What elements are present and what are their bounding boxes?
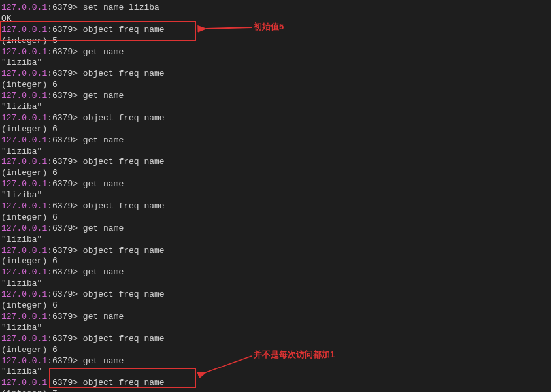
terminal-line: 127.0.0.1:6379> object freq name bbox=[1, 157, 550, 168]
prompt-ip: 127.0.0.1 bbox=[1, 378, 47, 387]
terminal-line: 127.0.0.1:6379> object freq name bbox=[1, 289, 550, 301]
command-text: get name bbox=[83, 356, 124, 366]
terminal-line: (integer) 5 bbox=[1, 36, 550, 47]
output-text: (integer) 7 bbox=[1, 389, 58, 392]
prompt-port: :6379> bbox=[47, 113, 83, 123]
terminal-line: "liziba" bbox=[1, 367, 550, 378]
command-text: get name bbox=[83, 91, 124, 101]
prompt-ip: 127.0.0.1 bbox=[1, 47, 47, 57]
terminal-line: (integer) 6 bbox=[1, 80, 550, 91]
prompt-ip: 127.0.0.1 bbox=[1, 267, 47, 277]
terminal-line: "liziba" bbox=[1, 323, 550, 334]
terminal-line: 127.0.0.1:6379> get name bbox=[1, 356, 550, 367]
terminal-line: (integer) 6 bbox=[1, 301, 550, 312]
prompt-port: :6379> bbox=[47, 312, 83, 321]
prompt-port: :6379> bbox=[47, 91, 83, 101]
output-text: (integer) 5 bbox=[1, 36, 58, 46]
terminal-line: 127.0.0.1:6379> get name bbox=[1, 91, 550, 102]
output-text: (integer) 6 bbox=[1, 168, 58, 178]
command-text: set name liziba bbox=[83, 3, 159, 12]
command-text: object freq name bbox=[83, 334, 165, 344]
terminal-line: 127.0.0.1:6379> object freq name bbox=[1, 246, 550, 257]
command-text: object freq name bbox=[83, 246, 165, 255]
terminal-line: (integer) 6 bbox=[1, 212, 550, 223]
command-text: object freq name bbox=[83, 113, 165, 123]
command-text: get name bbox=[83, 135, 124, 145]
terminal-line: (integer) 6 bbox=[1, 124, 550, 135]
terminal-line: 127.0.0.1:6379> get name bbox=[1, 135, 550, 146]
prompt-ip: 127.0.0.1 bbox=[1, 334, 47, 344]
prompt-ip: 127.0.0.1 bbox=[1, 135, 47, 145]
output-text: (integer) 6 bbox=[1, 301, 58, 310]
prompt-port: :6379> bbox=[47, 25, 83, 35]
prompt-ip: 127.0.0.1 bbox=[1, 312, 47, 321]
terminal-line: 127.0.0.1:6379> set name liziba bbox=[1, 3, 550, 14]
prompt-port: :6379> bbox=[47, 223, 83, 233]
prompt-port: :6379> bbox=[47, 267, 83, 277]
terminal-line: (integer) 7 bbox=[1, 389, 550, 392]
prompt-ip: 127.0.0.1 bbox=[1, 113, 47, 123]
prompt-ip: 127.0.0.1 bbox=[1, 25, 47, 35]
prompt-ip: 127.0.0.1 bbox=[1, 91, 47, 101]
command-text: get name bbox=[83, 179, 124, 189]
prompt-port: :6379> bbox=[47, 179, 83, 189]
prompt-ip: 127.0.0.1 bbox=[1, 179, 47, 189]
command-text: object freq name bbox=[83, 157, 165, 167]
prompt-ip: 127.0.0.1 bbox=[1, 289, 47, 299]
prompt-port: :6379> bbox=[47, 3, 83, 12]
prompt-ip: 127.0.0.1 bbox=[1, 3, 47, 12]
terminal-line: "liziba" bbox=[1, 278, 550, 289]
terminal-line: "liziba" bbox=[1, 57, 550, 69]
terminal-line: 127.0.0.1:6379> get name bbox=[1, 223, 550, 235]
terminal-line: 127.0.0.1:6379> object freq name bbox=[1, 25, 550, 36]
command-text: get name bbox=[83, 223, 124, 233]
output-text: "liziba" bbox=[1, 190, 42, 200]
output-text: "liziba" bbox=[1, 57, 42, 67]
prompt-port: :6379> bbox=[47, 47, 83, 57]
terminal-line: 127.0.0.1:6379> get name bbox=[1, 312, 550, 323]
terminal-line: "liziba" bbox=[1, 102, 550, 113]
output-text: (integer) 6 bbox=[1, 256, 58, 266]
prompt-port: :6379> bbox=[47, 378, 83, 387]
terminal-line: 127.0.0.1:6379> get name bbox=[1, 179, 550, 190]
terminal-line: "liziba" bbox=[1, 235, 550, 246]
terminal-line: (integer) 6 bbox=[1, 345, 550, 356]
prompt-port: :6379> bbox=[47, 157, 83, 167]
terminal-line: "liziba" bbox=[1, 190, 550, 201]
terminal-line: (integer) 6 bbox=[1, 168, 550, 179]
prompt-port: :6379> bbox=[47, 246, 83, 255]
output-text: (integer) 6 bbox=[1, 345, 58, 355]
output-text: (integer) 6 bbox=[1, 212, 58, 222]
terminal-line: 127.0.0.1:6379> object freq name bbox=[1, 334, 550, 345]
output-text: "liziba" bbox=[1, 146, 42, 156]
prompt-port: :6379> bbox=[47, 135, 83, 145]
output-text: "liziba" bbox=[1, 278, 42, 288]
output-text: OK bbox=[1, 14, 12, 24]
prompt-port: :6379> bbox=[47, 289, 83, 299]
command-text: get name bbox=[83, 267, 124, 277]
terminal-line: 127.0.0.1:6379> object freq name bbox=[1, 378, 550, 389]
prompt-port: :6379> bbox=[47, 356, 83, 366]
prompt-ip: 127.0.0.1 bbox=[1, 246, 47, 255]
command-text: get name bbox=[83, 47, 124, 57]
prompt-ip: 127.0.0.1 bbox=[1, 69, 47, 78]
output-text: "liziba" bbox=[1, 235, 42, 244]
output-text: (integer) 6 bbox=[1, 80, 58, 90]
output-text: "liziba" bbox=[1, 367, 42, 376]
terminal-line: "liziba" bbox=[1, 146, 550, 157]
prompt-ip: 127.0.0.1 bbox=[1, 201, 47, 211]
output-text: (integer) 6 bbox=[1, 124, 58, 134]
terminal-line: 127.0.0.1:6379> get name bbox=[1, 47, 550, 58]
prompt-ip: 127.0.0.1 bbox=[1, 223, 47, 233]
output-text: "liziba" bbox=[1, 102, 42, 112]
terminal-line: 127.0.0.1:6379> object freq name bbox=[1, 69, 550, 80]
terminal-line: 127.0.0.1:6379> object freq name bbox=[1, 113, 550, 124]
command-text: object freq name bbox=[83, 289, 165, 299]
prompt-port: :6379> bbox=[47, 69, 83, 78]
prompt-port: :6379> bbox=[47, 201, 83, 211]
prompt-ip: 127.0.0.1 bbox=[1, 356, 47, 366]
command-text: object freq name bbox=[83, 201, 165, 211]
terminal-line: (integer) 6 bbox=[1, 256, 550, 267]
command-text: get name bbox=[83, 312, 124, 321]
terminal-output[interactable]: 127.0.0.1:6379> set name lizibaOK127.0.0… bbox=[1, 3, 550, 392]
